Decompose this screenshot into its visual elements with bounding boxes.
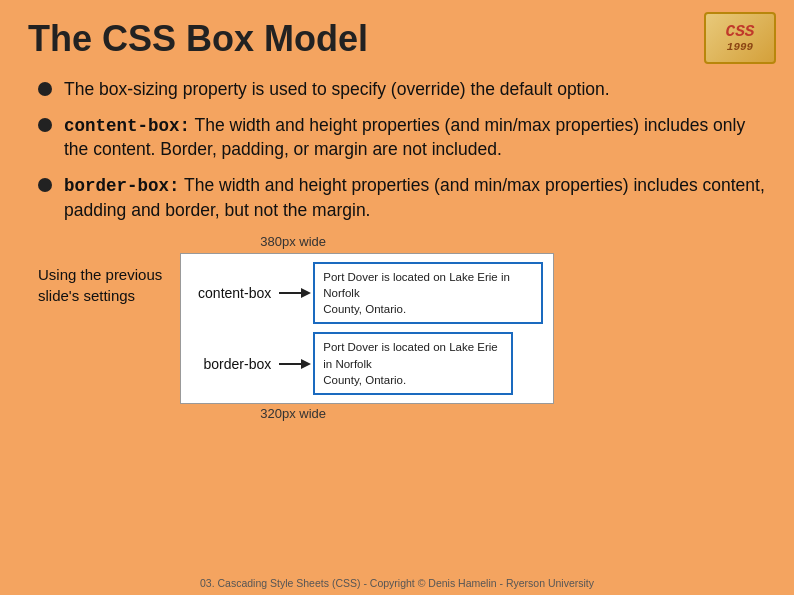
border-box-row: border-box Port Dover is located on Lake…	[191, 332, 543, 394]
content-box-text2: County, Ontario.	[323, 303, 406, 315]
px-label-bottom: 320px wide	[260, 406, 326, 421]
footer: 03. Cascading Style Sheets (CSS) - Copyr…	[0, 577, 794, 589]
content-box-text1: Port Dover is located on Lake Erie in No…	[323, 271, 510, 299]
content-box-term: content-box:	[64, 116, 190, 136]
diagram-frame: content-box Port Dover is located on Lak…	[180, 253, 554, 404]
arrow-icon	[279, 283, 311, 303]
px-label-top: 380px wide	[260, 234, 326, 249]
diagram-area: 380px wide content-box Port Dover is loc…	[180, 234, 554, 421]
page-title: The CSS Box Model	[28, 18, 766, 60]
slide: CSS 1999 The CSS Box Model The box-sizin…	[0, 0, 794, 595]
bullet-text-2: content-box: The width and height proper…	[64, 114, 766, 162]
using-label-line2: slide's settings	[38, 287, 135, 304]
list-item: content-box: The width and height proper…	[38, 114, 766, 162]
bullet-list: The box-sizing property is used to speci…	[38, 78, 766, 222]
border-box-label: border-box	[191, 356, 271, 372]
svg-marker-3	[301, 359, 311, 369]
bullet-text-3: border-box: The width and height propert…	[64, 174, 766, 222]
arrow-icon-2	[279, 354, 311, 374]
using-label: Using the previous slide's settings	[38, 264, 162, 306]
css-logo-year: 1999	[727, 41, 753, 53]
bullet-text-1: The box-sizing property is used to speci…	[64, 78, 766, 102]
border-box-text1: Port Dover is located on Lake Erie in No…	[323, 341, 498, 369]
border-box-display: Port Dover is located on Lake Erie in No…	[313, 332, 513, 394]
bottom-section: Using the previous slide's settings 380p…	[38, 234, 766, 421]
label-arrow-row: content-box	[191, 283, 313, 303]
bullet-dot	[38, 118, 52, 132]
list-item: The box-sizing property is used to speci…	[38, 78, 766, 102]
content-box-label: content-box	[191, 285, 271, 301]
border-box-term: border-box:	[64, 176, 180, 196]
using-label-line1: Using the previous	[38, 266, 162, 283]
label-arrow-row-2: border-box	[191, 354, 313, 374]
border-box-text2: County, Ontario.	[323, 374, 406, 386]
bullet-dot	[38, 178, 52, 192]
svg-marker-1	[301, 288, 311, 298]
content-box-display: Port Dover is located on Lake Erie in No…	[313, 262, 543, 324]
bullet-dot	[38, 82, 52, 96]
list-item: border-box: The width and height propert…	[38, 174, 766, 222]
content-box-row: content-box Port Dover is located on Lak…	[191, 262, 543, 324]
css-logo: CSS 1999	[704, 12, 776, 64]
css-logo-text: CSS	[726, 23, 755, 41]
